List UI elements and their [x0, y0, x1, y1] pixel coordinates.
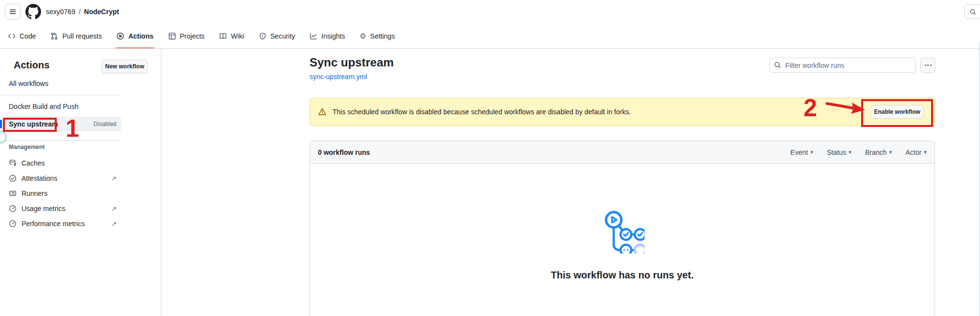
app-header: sexy0769 / NodeCrypt	[0, 0, 980, 23]
external-link-icon: ↗	[110, 220, 118, 228]
empty-state-message: This workflow has no runs yet.	[310, 270, 935, 281]
play-circle-icon	[116, 32, 124, 40]
chevron-down-icon: ▾	[848, 149, 851, 155]
header-search-button[interactable]	[964, 4, 980, 19]
breadcrumb-separator: /	[79, 8, 81, 16]
graph-icon	[310, 32, 317, 40]
workflow-runs-panel: 0 workflow runs Event ▾ Status ▾ Branch …	[310, 141, 935, 316]
chevron-down-icon: ▾	[924, 149, 927, 155]
github-actions-page: sexy0769 / NodeCrypt Code Pull requests	[0, 0, 980, 316]
tab-settings[interactable]: ⚙ Settings	[356, 23, 399, 49]
annotation-step2-box	[861, 99, 933, 127]
chevron-down-icon: ▾	[810, 149, 813, 155]
sidebar-item-runners[interactable]: Runners	[4, 186, 121, 201]
book-icon	[219, 32, 227, 40]
selected-accent-bar	[0, 120, 2, 128]
gauge-icon	[9, 205, 17, 212]
code-icon	[8, 32, 16, 40]
sidebar-item-attestations[interactable]: Attestations ↗	[4, 171, 121, 186]
tab-actions[interactable]: Actions	[112, 23, 157, 49]
search-icon	[774, 61, 781, 69]
external-link-icon: ↗	[110, 175, 118, 182]
verified-icon	[9, 174, 17, 182]
hamburger-icon	[9, 8, 17, 16]
runs-filters: Event ▾ Status ▾ Branch ▾ Actor ▾	[790, 148, 927, 156]
github-logo-icon[interactable]	[25, 4, 41, 20]
workflow-file-link[interactable]: sync-upstream.yml	[310, 73, 367, 81]
filter-workflow-runs-input[interactable]	[769, 58, 916, 73]
status-filter-dropdown[interactable]: Status ▾	[827, 148, 851, 156]
breadcrumb: sexy0769 / NodeCrypt	[46, 0, 119, 23]
tab-wiki[interactable]: Wiki	[215, 23, 247, 49]
new-workflow-button[interactable]: New workflow	[102, 60, 148, 73]
breadcrumb-owner-link[interactable]: sexy0769	[46, 8, 75, 16]
tab-code[interactable]: Code	[4, 23, 40, 49]
table-icon	[168, 32, 176, 40]
search-icon	[969, 8, 977, 16]
tab-insights[interactable]: Insights	[306, 23, 349, 49]
gear-icon: ⚙	[360, 32, 366, 40]
annotation-step2-number: 2	[803, 96, 817, 120]
tab-pull-requests[interactable]: Pull requests	[46, 23, 106, 49]
divider	[0, 95, 121, 95]
annotation-step1-number: 1	[66, 116, 79, 141]
actor-filter-dropdown[interactable]: Actor ▾	[906, 148, 927, 156]
external-link-icon: ↗	[110, 205, 118, 212]
divider	[0, 140, 121, 141]
chevron-down-icon: ▾	[889, 149, 892, 155]
sidebar-item-usage-metrics[interactable]: Usage metrics ↗	[4, 201, 121, 216]
pull-request-icon	[50, 32, 58, 40]
runners-icon	[9, 190, 17, 197]
runs-panel-header: 0 workflow runs Event ▾ Status ▾ Branch …	[310, 141, 935, 164]
branch-filter-dropdown[interactable]: Branch ▾	[865, 148, 892, 156]
workflow-options-kebab-button[interactable]	[920, 58, 935, 73]
tab-projects[interactable]: Projects	[164, 23, 209, 49]
repo-tab-nav: Code Pull requests Actions Projects	[0, 23, 980, 49]
warning-icon	[318, 107, 327, 116]
disabled-badge: Disabled	[93, 121, 116, 127]
actions-sidebar: Actions New workflow All workflows Docke…	[0, 49, 161, 316]
sidebar-item-performance-metrics[interactable]: Performance metrics ↗	[4, 216, 121, 231]
workflow-empty-state-icon	[601, 210, 645, 253]
sidebar-item-caches[interactable]: Caches	[4, 156, 121, 170]
runs-count-label: 0 workflow runs	[318, 148, 370, 156]
event-filter-dropdown[interactable]: Event ▾	[790, 148, 813, 156]
filter-workflow-runs	[769, 58, 916, 73]
sidebar-title: Actions	[14, 60, 49, 71]
tab-security[interactable]: Security	[255, 23, 299, 49]
management-heading: Management	[9, 144, 45, 150]
shield-icon	[259, 32, 267, 40]
annotation-step1-box	[3, 118, 57, 132]
hamburger-menu-button[interactable]	[5, 4, 21, 20]
banner-message: This scheduled workflow is disabled beca…	[333, 108, 631, 116]
breadcrumb-repo-link[interactable]: NodeCrypt	[84, 8, 119, 16]
page-title: Sync upstream	[310, 56, 394, 69]
sidebar-item-all-workflows[interactable]: All workflows	[4, 76, 121, 91]
sidebar-item-docker-build-and-push[interactable]: Docker Build and Push	[4, 99, 121, 114]
cache-icon	[9, 159, 17, 167]
gauge-icon	[9, 220, 17, 228]
annotation-arrow-icon	[825, 100, 867, 116]
